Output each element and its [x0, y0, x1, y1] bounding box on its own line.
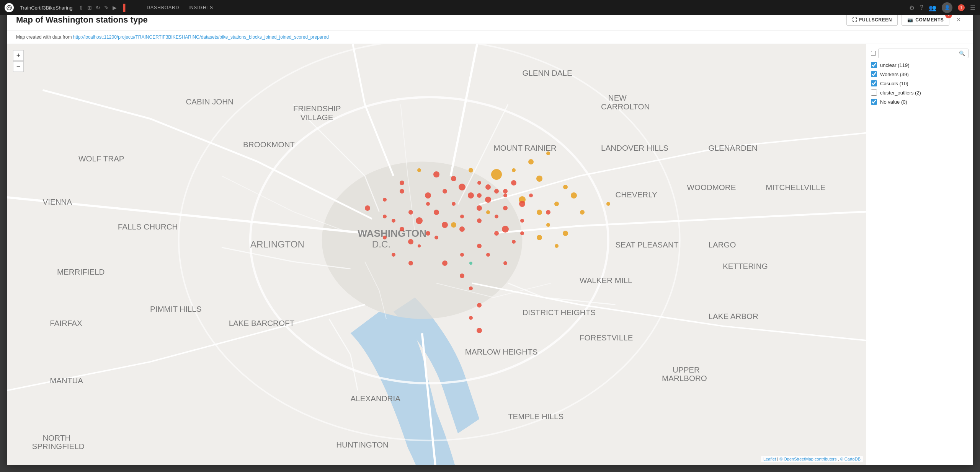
svg-text:PIMMIT HILLS: PIMMIT HILLS [150, 304, 201, 313]
legend-select-all-checkbox[interactable] [871, 51, 876, 56]
svg-text:CHEVERLY: CHEVERLY [616, 190, 658, 199]
legend-item: cluster_outliers (2) [871, 90, 969, 96]
edit-icon[interactable]: ✎ [104, 5, 109, 11]
toolbar-icons: ⇧ ⊞ ↻ ✎ ▶ ▐ [79, 4, 126, 12]
nav-insights[interactable]: INSIGHTS [188, 3, 213, 12]
svg-point-0 [7, 5, 11, 10]
svg-text:ALEXANDRIA: ALEXANDRIA [351, 394, 401, 403]
zoom-out-button[interactable]: − [13, 61, 24, 72]
svg-text:TEMPLE HILLS: TEMPLE HILLS [508, 412, 564, 421]
svg-text:LARGO: LARGO [709, 240, 736, 249]
zoom-in-button[interactable]: + [13, 50, 24, 61]
svg-text:LAKE ARBOR: LAKE ARBOR [709, 312, 758, 321]
legend-panel: 🔍 unclear (119)Workers (39)Casuals (10)c… [866, 44, 973, 465]
map-controls: + − [13, 50, 24, 72]
project-name: TrainCertif3BikeSharing [20, 5, 73, 11]
svg-text:D.C.: D.C. [372, 239, 391, 249]
svg-text:SPRINGFIELD: SPRINGFIELD [32, 442, 84, 451]
legend-item-checkbox[interactable] [871, 90, 877, 96]
map-attribution: Leaflet | © OpenStreetMap contributors ,… [761, 456, 863, 462]
camera-icon: 📷 [907, 17, 913, 23]
svg-text:DISTRICT HEIGHTS: DISTRICT HEIGHTS [522, 308, 596, 317]
svg-text:WOODMORE: WOODMORE [687, 183, 736, 192]
chart-icon[interactable]: ▐ [121, 4, 126, 12]
svg-text:LANDOVER HILLS: LANDOVER HILLS [601, 143, 668, 152]
legend-item-checkbox[interactable] [871, 80, 877, 86]
main-nav: DASHBOARD INSIGHTS [147, 3, 213, 12]
svg-text:GLENARDEN: GLENARDEN [709, 143, 758, 152]
legend-search-box: 🔍 [878, 49, 969, 58]
svg-text:MOUNT RAINIER: MOUNT RAINIER [494, 143, 557, 152]
svg-text:UPPER: UPPER [673, 365, 700, 374]
logo[interactable] [5, 3, 14, 12]
refresh-icon[interactable]: ↻ [96, 5, 100, 11]
legend-item-label[interactable]: cluster_outliers (2) [880, 90, 921, 96]
svg-text:HUNTINGTON: HUNTINGTON [336, 440, 389, 449]
legend-item: Workers (39) [871, 71, 969, 77]
legend-item-checkbox[interactable] [871, 99, 877, 105]
legend-item: unclear (119) [871, 62, 969, 68]
user-avatar[interactable]: 👤 [942, 2, 952, 13]
legend-item-checkbox[interactable] [871, 71, 877, 77]
fullscreen-button[interactable]: ⛶ FULLSCREEN [846, 14, 898, 26]
modal-header-actions: ⛶ FULLSCREEN 📷 COMMENTS 1 × [846, 14, 964, 26]
svg-text:FRIENDSHIP: FRIENDSHIP [293, 104, 341, 113]
svg-text:WALKER MILL: WALKER MILL [580, 276, 632, 285]
comments-label: COMMENTS [915, 17, 944, 23]
legend-top-row: 🔍 [871, 49, 969, 58]
svg-text:MARLBORO: MARLBORO [662, 374, 707, 382]
legend-item-label[interactable]: Casuals (10) [880, 81, 908, 86]
close-button[interactable]: × [953, 14, 964, 26]
svg-text:MANTUA: MANTUA [50, 376, 83, 385]
help-icon[interactable]: ? [920, 4, 923, 11]
svg-text:FAIRFAX: FAIRFAX [50, 319, 82, 328]
legend-search-input[interactable] [882, 51, 957, 56]
svg-text:WOLF TRAP: WOLF TRAP [78, 154, 124, 163]
fullscreen-icon: ⛶ [852, 17, 857, 23]
svg-text:WASHINGTON: WASHINGTON [358, 228, 426, 239]
comments-button[interactable]: 📷 COMMENTS 1 [902, 14, 950, 26]
svg-text:VILLAGE: VILLAGE [301, 113, 333, 122]
legend-item-checkbox[interactable] [871, 62, 877, 68]
notification-badge[interactable]: 1 [958, 4, 965, 11]
legend-item-label[interactable]: unclear (119) [880, 62, 910, 68]
share-icon[interactable]: ⇧ [79, 5, 83, 11]
modal-subheader: Map created with data from http://localh… [7, 31, 973, 44]
fullscreen-label: FULLSCREEN [859, 17, 892, 23]
modal-title: Map of Washington stations type [16, 15, 148, 25]
menu-icon[interactable]: ☰ [970, 4, 975, 11]
svg-point-2 [322, 161, 523, 319]
svg-text:LAKE BARCROFT: LAKE BARCROFT [229, 319, 295, 328]
svg-text:BROOKMONT: BROOKMONT [243, 140, 295, 149]
legend-item: Casuals (10) [871, 80, 969, 86]
subheader-prefix: Map created with data from [16, 34, 72, 40]
legend-item: No value (0) [871, 99, 969, 105]
svg-text:FORESTVILLE: FORESTVILLE [580, 333, 633, 342]
topbar-right: ⚙ ? 👥 👤 1 ☰ [909, 2, 975, 13]
layers-icon[interactable]: ⊞ [87, 5, 92, 11]
map-container[interactable]: WOLF TRAP CABIN JOHN FRIENDSHIP VILLAGE … [7, 44, 866, 465]
svg-text:ARLINGTON: ARLINGTON [250, 239, 304, 249]
osm-link[interactable]: © OpenStreetMap contributors [779, 457, 836, 461]
svg-text:KETTERING: KETTERING [723, 262, 768, 270]
svg-text:FALLS CHURCH: FALLS CHURCH [118, 222, 178, 231]
topbar: TrainCertif3BikeSharing ⇧ ⊞ ↻ ✎ ▶ ▐ DASH… [0, 0, 980, 15]
svg-text:CARROLTON: CARROLTON [601, 102, 650, 111]
nav-dashboard[interactable]: DASHBOARD [147, 3, 179, 12]
leaflet-link[interactable]: Leaflet [763, 457, 776, 461]
svg-text:NEW: NEW [608, 93, 627, 102]
legend-item-label[interactable]: Workers (39) [880, 72, 909, 77]
svg-text:MITCHELLVILLE: MITCHELLVILLE [766, 183, 825, 192]
svg-text:MERRIFIELD: MERRIFIELD [57, 267, 105, 276]
map-modal: Map of Washington stations type ⛶ FULLSC… [7, 7, 973, 465]
svg-text:MARLOW HEIGHTS: MARLOW HEIGHTS [465, 347, 538, 356]
users-icon[interactable]: 👥 [929, 4, 936, 11]
play-icon[interactable]: ▶ [113, 5, 117, 11]
settings-icon[interactable]: ⚙ [909, 4, 915, 11]
search-icon: 🔍 [959, 50, 965, 56]
svg-text:VIENNA: VIENNA [43, 197, 72, 206]
cartodb-link[interactable]: © CartoDB [840, 457, 861, 461]
legend-item-label[interactable]: No value (0) [880, 99, 907, 105]
data-url-link[interactable]: http://localhost:11200/projects/TRAINCER… [73, 34, 329, 40]
svg-text:GLENN DALE: GLENN DALE [522, 68, 572, 77]
